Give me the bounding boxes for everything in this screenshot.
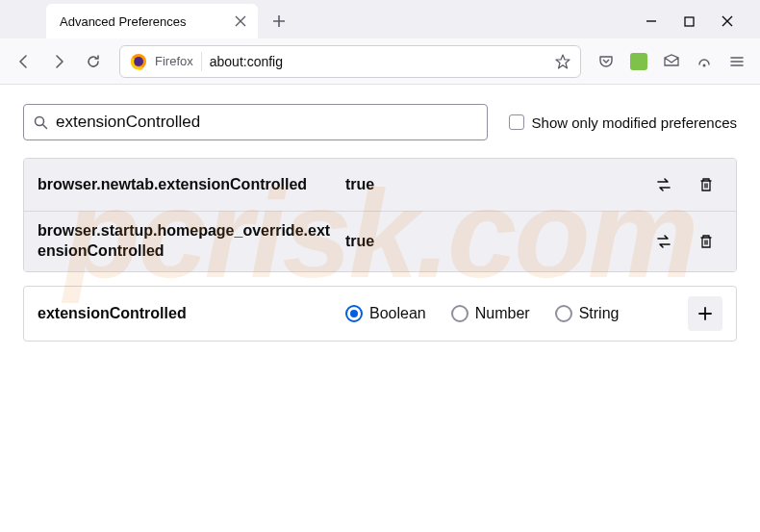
delete-button[interactable] [690, 225, 722, 258]
preference-name: browser.newtab.extensionControlled [38, 175, 336, 195]
browser-tab[interactable]: Advanced Preferences [46, 4, 258, 38]
mail-icon[interactable] [658, 48, 685, 75]
window-titlebar: Advanced Preferences [0, 0, 760, 38]
radio-boolean[interactable]: Boolean [345, 305, 426, 322]
toggle-button[interactable] [647, 168, 680, 201]
radio-icon [345, 305, 363, 322]
tab-title: Advanced Preferences [60, 14, 233, 29]
radio-number[interactable]: Number [451, 305, 530, 322]
radio-label: String [579, 305, 620, 322]
divider [201, 52, 202, 71]
radio-label: Boolean [369, 305, 426, 322]
preferences-list: browser.newtab.extensionControlled true … [23, 158, 737, 272]
add-preference-button[interactable] [688, 296, 722, 331]
modified-only-toggle[interactable]: Show only modified preferences [509, 114, 737, 131]
close-window-button[interactable] [722, 15, 733, 27]
toggle-button[interactable] [647, 225, 680, 258]
close-icon[interactable] [233, 13, 248, 29]
preference-search-input[interactable] [56, 113, 477, 132]
address-bar[interactable]: Firefox about:config [119, 45, 581, 78]
new-preference-row: extensionControlled Boolean Number Strin… [23, 286, 737, 342]
back-button[interactable] [10, 47, 38, 76]
svg-point-2 [134, 57, 143, 66]
preference-value: true [345, 233, 638, 250]
search-icon [34, 115, 48, 130]
address-bar-brand: Firefox [155, 54, 193, 68]
preference-value: true [345, 176, 638, 193]
svg-rect-0 [685, 17, 694, 26]
delete-button[interactable] [690, 168, 722, 201]
address-bar-url: about:config [210, 54, 547, 69]
checkbox-icon [509, 114, 524, 130]
radio-string[interactable]: String [555, 305, 620, 322]
firefox-icon [130, 53, 147, 70]
menu-icon[interactable] [723, 48, 750, 75]
extension-icon[interactable] [625, 48, 652, 75]
pocket-icon[interactable] [593, 48, 620, 75]
radio-icon [555, 305, 572, 322]
forward-button[interactable] [44, 47, 73, 76]
modified-only-label: Show only modified preferences [532, 114, 737, 131]
page-content: Show only modified preferences browser.n… [0, 85, 760, 361]
radio-icon [451, 305, 469, 322]
preference-row[interactable]: browser.newtab.extensionControlled true [24, 159, 736, 212]
bookmark-star-icon[interactable] [555, 54, 570, 69]
reload-button[interactable] [79, 47, 108, 76]
preference-search-box[interactable] [23, 104, 488, 140]
svg-point-3 [703, 63, 706, 66]
minimize-button[interactable] [646, 15, 657, 27]
preference-name: browser.startup.homepage_override.extens… [38, 221, 336, 262]
navigation-toolbar: Firefox about:config [0, 38, 760, 85]
preference-row[interactable]: browser.startup.homepage_override.extens… [24, 212, 736, 271]
maximize-button[interactable] [684, 16, 695, 27]
new-preference-name: extensionControlled [38, 305, 336, 322]
vpn-icon[interactable] [691, 48, 718, 75]
type-radio-group: Boolean Number String [345, 305, 678, 322]
new-tab-button[interactable] [264, 6, 294, 37]
radio-label: Number [475, 305, 530, 322]
